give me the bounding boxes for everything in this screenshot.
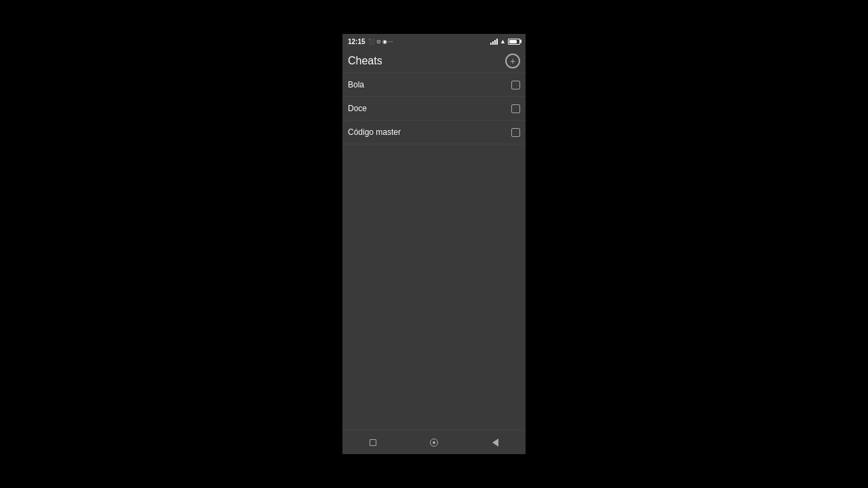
cheat-list: Bola Doce Código master: [342, 73, 526, 430]
signal-bars-icon: [490, 38, 498, 45]
camera-icon: ⬛: [368, 39, 375, 45]
battery-fill: [509, 40, 517, 43]
battery-tip: [520, 40, 521, 43]
navigation-bar: [342, 430, 526, 454]
signal-bar-3: [494, 40, 496, 45]
signal-bar-2: [492, 41, 494, 45]
signal-bar-4: [496, 39, 498, 45]
nav-back-button[interactable]: [487, 434, 503, 451]
cheat-item-doce[interactable]: Doce: [342, 97, 526, 121]
signal-bar-1: [490, 43, 492, 45]
more-icon: ···: [389, 39, 393, 45]
cheat-item-codigo-master[interactable]: Código master: [342, 121, 526, 144]
app-header: Cheats: [342, 49, 526, 73]
cheat-checkbox-doce[interactable]: [511, 104, 520, 113]
status-time: 12:15: [348, 38, 366, 45]
wifi-icon: ▲: [500, 38, 506, 45]
alarm-icon: ⊙: [376, 39, 381, 45]
location-icon: ◉: [382, 39, 387, 45]
cheat-name-codigo-master: Código master: [348, 127, 401, 137]
cheat-checkbox-bola[interactable]: [511, 81, 520, 89]
status-icons-left: ⬛ ⊙ ◉ ···: [368, 39, 393, 45]
status-right: ▲: [490, 38, 520, 45]
nav-home-button[interactable]: [426, 434, 442, 451]
cheat-name-bola: Bola: [348, 80, 364, 89]
add-cheat-button[interactable]: [505, 54, 520, 68]
battery-icon: [508, 39, 520, 45]
recent-apps-icon: [370, 439, 376, 446]
cheat-checkbox-codigo-master[interactable]: [511, 128, 520, 137]
status-left: 12:15 ⬛ ⊙ ◉ ···: [348, 38, 393, 45]
phone-frame: 12:15 ⬛ ⊙ ◉ ··· ▲ Cheats: [342, 34, 526, 454]
cheat-item-bola[interactable]: Bola: [342, 73, 526, 97]
nav-recent-apps-button[interactable]: [365, 434, 381, 451]
cheat-name-doce: Doce: [348, 104, 367, 113]
status-bar: 12:15 ⬛ ⊙ ◉ ··· ▲: [342, 34, 526, 49]
home-icon: [430, 439, 438, 447]
page-title: Cheats: [348, 55, 382, 67]
back-icon: [492, 439, 498, 447]
